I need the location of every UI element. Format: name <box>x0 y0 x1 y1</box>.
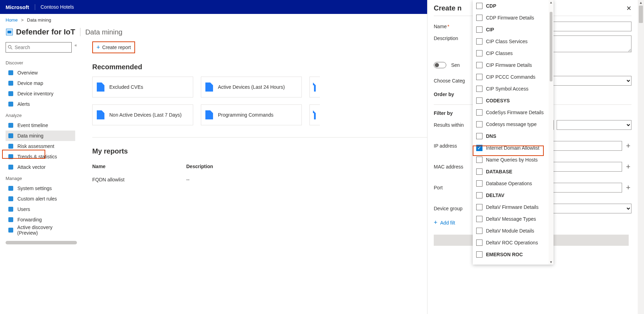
breadcrumb-home[interactable]: Home <box>6 17 18 23</box>
page-scrollbar[interactable]: ▲ <box>638 0 644 314</box>
add-port-icon[interactable]: + <box>625 183 631 192</box>
add-mac-icon[interactable]: + <box>625 162 631 171</box>
listbox-scrollbar[interactable]: ▲ ▼ <box>549 0 553 265</box>
svg-rect-12 <box>8 186 13 191</box>
search-box[interactable] <box>6 42 72 53</box>
scroll-down-arrow-icon[interactable]: ▼ <box>549 260 553 265</box>
scroll-up-arrow-icon[interactable]: ▲ <box>549 0 553 5</box>
checkbox[interactable] <box>476 15 482 21</box>
checkbox[interactable]: ✓ <box>476 145 482 151</box>
listbox-item[interactable]: DeltaV Module Details <box>473 225 549 237</box>
category-listbox[interactable]: CDPCDP Firmware DetailsCIPCIP Class Serv… <box>473 0 553 265</box>
sidebar-horizontal-scrollbar[interactable] <box>6 241 77 244</box>
listbox-item[interactable]: CDP Firmware Details <box>473 12 549 24</box>
listbox-item[interactable]: DELTAV <box>473 189 549 201</box>
listbox-item[interactable]: DATABASE <box>473 166 549 178</box>
listbox-item[interactable]: CIP <box>473 24 549 36</box>
collapse-sidebar-icon[interactable]: « <box>74 43 77 48</box>
sidebar-item-alerts[interactable]: Alerts <box>6 99 75 109</box>
sidebar-item-custom-alert-rules[interactable]: Custom alert rules <box>6 194 75 204</box>
checkbox[interactable] <box>476 121 482 127</box>
scroll-up-arrow-icon[interactable]: ▲ <box>638 0 644 6</box>
checkbox[interactable] <box>476 26 482 33</box>
checkbox[interactable] <box>476 192 482 198</box>
sidebar-item-trends-statistics[interactable]: Trends & statistics <box>6 151 75 162</box>
checkbox[interactable] <box>476 240 482 246</box>
checkbox[interactable] <box>476 86 482 92</box>
checkbox[interactable] <box>476 109 482 116</box>
listbox-item-label: Name Queries by Hosts <box>486 157 538 163</box>
section-analyze: Analyze <box>6 109 76 120</box>
checkbox[interactable] <box>476 97 482 104</box>
listbox-item[interactable]: Codesys message type <box>473 118 549 130</box>
checkbox[interactable] <box>476 50 482 56</box>
create-report-panel: Create n ✕ Name* Description Sen Choose … <box>427 0 638 314</box>
search-input[interactable] <box>13 45 69 50</box>
sidebar-item-risk-assessment[interactable]: Risk assessment <box>6 141 75 151</box>
scroll-thumb[interactable] <box>639 6 643 23</box>
listbox-item[interactable]: CIP Class Services <box>473 36 549 47</box>
create-report-button[interactable]: + Create report <box>92 41 135 53</box>
card-excluded-cves[interactable]: Excluded CVEs <box>92 77 193 97</box>
active-discovery-icon <box>8 227 14 233</box>
checkbox[interactable] <box>476 38 482 45</box>
listbox-item[interactable]: DeltaV ROC Operations <box>473 237 549 249</box>
sidebar-item-attack-vector[interactable]: Attack vector <box>6 162 75 172</box>
shield-overview-icon <box>8 70 14 76</box>
scroll-thumb[interactable] <box>550 12 552 81</box>
sidebar-item-device-inventory[interactable]: Device inventory <box>6 88 75 99</box>
listbox-item[interactable]: CIP Classes <box>473 47 549 59</box>
device-inventory-icon <box>8 91 14 97</box>
sidebar-item-users[interactable]: Users <box>6 204 75 214</box>
sidebar-item-label: Device map <box>17 80 43 86</box>
checkbox[interactable] <box>476 3 482 9</box>
create-report-label: Create report <box>102 45 131 50</box>
listbox-item[interactable]: Database Operations <box>473 178 549 189</box>
listbox-item[interactable]: CODESYS <box>473 95 549 107</box>
sidebar-item-overview[interactable]: Overview <box>6 68 75 78</box>
card-programming-commands[interactable]: Programming Commands <box>201 104 302 125</box>
close-icon[interactable]: ✕ <box>626 5 631 12</box>
checkbox[interactable] <box>476 133 482 139</box>
sidebar-item-label: System settings <box>17 186 52 191</box>
checkbox[interactable] <box>476 157 482 163</box>
sidebar-item-label: Overview <box>17 70 38 76</box>
listbox-item[interactable]: EMERSON ROC <box>473 249 549 260</box>
listbox-item[interactable]: DeltaV Message Types <box>473 213 549 225</box>
checkbox[interactable] <box>476 251 482 258</box>
listbox-item[interactable]: CIP PCCC Commands <box>473 71 549 83</box>
card-active-devices[interactable]: Active Devices (Last 24 Hours) <box>201 77 302 97</box>
checkbox[interactable] <box>476 74 482 80</box>
listbox-item[interactable]: DeltaV Firmware Details <box>473 201 549 213</box>
send-toggle[interactable] <box>434 62 446 68</box>
listbox-item[interactable]: Name Queries by Hosts <box>473 154 549 166</box>
card-peek-2[interactable] <box>309 104 320 125</box>
checkbox[interactable] <box>476 180 482 187</box>
card-non-active-devices[interactable]: Non Active Devices (Last 7 Days) <box>92 104 193 125</box>
checkbox[interactable] <box>476 168 482 175</box>
checkbox[interactable] <box>476 62 482 68</box>
listbox-item[interactable]: ✓Internet Domain Allowlist <box>473 142 549 154</box>
sidebar-item-event-timeline[interactable]: Event timeline <box>6 120 75 131</box>
document-icon <box>314 110 316 119</box>
sidebar-item-device-map[interactable]: Device map <box>6 78 75 88</box>
sidebar-item-active-discovery-preview-[interactable]: Active discovery (Preview) <box>6 225 75 235</box>
sidebar-item-system-settings[interactable]: System settings <box>6 183 75 194</box>
listbox-item[interactable]: CDP <box>473 0 549 12</box>
checkbox[interactable] <box>476 216 482 222</box>
add-ip-icon[interactable]: + <box>625 141 631 150</box>
results-within-unit-select[interactable] <box>557 120 631 130</box>
cell-name: FQDN allowlist <box>92 172 186 187</box>
checkbox[interactable] <box>476 204 482 210</box>
sidebar-item-data-mining[interactable]: Data mining <box>6 131 75 141</box>
listbox-item[interactable]: DNS <box>473 130 549 142</box>
listbox-item[interactable]: CIP Firmware Details <box>473 59 549 71</box>
listbox-item[interactable]: CodeSys Firmware Details <box>473 107 549 118</box>
sidebar-item-forwarding[interactable]: Forwarding <box>6 214 75 225</box>
listbox-item[interactable]: CIP Symbol Access <box>473 83 549 95</box>
svg-rect-8 <box>8 133 13 138</box>
card-peek-1[interactable] <box>309 77 320 97</box>
document-icon <box>97 83 104 92</box>
checkbox[interactable] <box>476 228 482 234</box>
listbox-item-label: DELTAV <box>486 193 504 198</box>
